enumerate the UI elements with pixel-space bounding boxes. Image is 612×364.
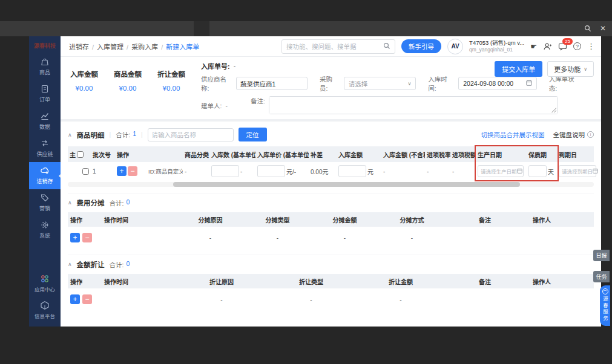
keyboard-help-label: 全键盘说明 (553, 130, 585, 139)
col-actions: 操作 (115, 150, 146, 159)
remark-textarea[interactable] (269, 96, 558, 114)
product-section-header: ∧ 商品明细 | 合计:1 | 定位 切换商品合并展示视图 全键盘说明 i (68, 126, 594, 146)
tax-rate-value: - (425, 168, 450, 175)
supply-chain-icon (40, 138, 50, 148)
sidebar-item-marketing[interactable]: 营销 (29, 189, 61, 216)
sidebar-item-data[interactable]: 数据 (29, 108, 61, 135)
locate-button[interactable]: 定位 (239, 128, 267, 141)
breadcrumb-item[interactable]: 采购入库 (131, 44, 158, 51)
discount-table-header: 操作 操作时间 折让原因 折让类型 折让金额 备注 操作人 (68, 274, 594, 288)
product-search-input[interactable] (148, 128, 234, 141)
sidebar-item-system[interactable]: 系统 (29, 216, 61, 244)
col-reason: 分摊原因 (177, 215, 244, 224)
prod-date-input[interactable]: 请选择生产日期 (478, 165, 524, 177)
remove-row-button[interactable]: − (82, 233, 92, 242)
type-value: - (266, 296, 356, 303)
col-note: 备注 (446, 277, 524, 286)
summary-goods-amount: 商品金额 ¥0.00 (114, 69, 142, 114)
amount-input[interactable] (338, 165, 366, 177)
headset-icon: ⌒ (602, 288, 608, 294)
daily-report-tab[interactable]: 日报 (593, 250, 610, 261)
invite-user-icon[interactable] (543, 42, 552, 51)
sidebar-item-supply-chain[interactable]: 供应链 (29, 135, 61, 162)
avatar[interactable]: AV (447, 39, 463, 54)
col-shelf-life: 保质期 (527, 150, 557, 159)
supplier-label: 供应商名称: (201, 74, 232, 93)
creator-label: 建单人: (201, 101, 222, 110)
switch-view-link[interactable]: 切换商品合并展示视图 (481, 130, 545, 139)
col-method: 分摊方式 (378, 215, 446, 224)
remark-label: 备注: (251, 96, 265, 105)
collapse-icon[interactable]: ∧ (68, 261, 72, 267)
messages-icon[interactable]: 25 (558, 42, 567, 51)
help-icon[interactable]: ? (573, 42, 581, 50)
info-icon: i (587, 131, 594, 138)
col-main: 主 (70, 150, 76, 159)
summary-discount-amount: 折让金额 ¥0.00 (157, 69, 185, 114)
sidebar-item-goods[interactable]: 商品 (29, 53, 61, 80)
supplier-input[interactable] (236, 77, 308, 90)
unit-price-input[interactable] (257, 165, 285, 177)
remove-row-button[interactable]: − (82, 294, 92, 304)
summary-value: ¥0.00 (157, 85, 185, 92)
add-row-button[interactable]: + (117, 166, 127, 176)
status-label: 入库单状态: (549, 74, 582, 93)
collapse-icon[interactable]: ∧ (68, 200, 72, 206)
select-all-checkbox[interactable] (77, 151, 84, 158)
hand-icon[interactable]: ☛ (530, 42, 537, 51)
summary-inbound-amount: 入库金额 ¥0.00 (70, 69, 98, 114)
keyboard-help-link[interactable]: 全键盘说明 i (553, 130, 594, 139)
discount-section: ∧ 金额折让 合计:0 操作 操作时间 折让原因 折让类型 折让金额 备注 操作… (68, 255, 594, 310)
qty-input[interactable] (211, 165, 239, 177)
collapse-icon[interactable]: ∧ (68, 132, 72, 138)
sidebar-item-label: 系统 (39, 232, 50, 239)
sidebar-item-info-platform[interactable]: 信息平台 (29, 297, 61, 327)
col-tax-rate: 进项税率 (425, 150, 450, 159)
cube-icon (40, 301, 50, 310)
chevron-down-icon: ∨ (584, 67, 587, 72)
service-button[interactable]: ⌒ 源春服务 (600, 285, 610, 326)
remove-row-button[interactable]: − (128, 166, 137, 176)
breadcrumb-item[interactable]: 入库管理 (97, 44, 123, 51)
screen-background: ✕ 源春科技 商品 订单 数据 供应链 (0, 0, 612, 364)
horizontal-scrollbar[interactable] (68, 182, 594, 187)
app-window: 源春科技 商品 订单 数据 供应链 进销存 (29, 36, 601, 327)
inbound-time-value: 2024-09-08 00:00 (463, 80, 513, 87)
sidebar-item-label: 商品 (39, 68, 50, 76)
inbound-time-input[interactable]: 2024-09-08 00:00 (458, 77, 536, 90)
sidebar-item-label: 营销 (39, 204, 50, 212)
add-row-button[interactable]: + (70, 233, 80, 242)
discount-total: 合计:0 (110, 260, 130, 269)
buyer-select[interactable]: 请选择 ∨ (344, 77, 416, 90)
find-icon[interactable] (584, 25, 591, 32)
sidebar-item-inventory[interactable]: 进销存 (29, 162, 61, 189)
service-label: 源春服务 (602, 296, 609, 322)
summary-value: ¥0.00 (114, 85, 142, 92)
divider: | (110, 131, 111, 138)
scrollbar-thumb[interactable] (173, 182, 521, 187)
sidebar-item-orders[interactable]: 订单 (29, 80, 61, 108)
guide-button[interactable]: 新手引导 (401, 39, 441, 53)
col-amount: 入库金额 (337, 150, 381, 159)
more-menu-icon[interactable]: ⋮ (587, 42, 595, 51)
close-icon[interactable]: ✕ (600, 24, 606, 33)
col-category[interactable]: 商品分类⇅ (183, 150, 209, 159)
breadcrumb-item[interactable]: 进销存 (69, 44, 89, 51)
global-search-input[interactable]: 搜功能、搜问题、搜单据 (281, 39, 395, 54)
col-amount-notax: 入库金额 (不含税) (381, 150, 425, 159)
due-date-input[interactable]: 请选择到期日 (559, 165, 596, 177)
shelf-life-input[interactable] (528, 165, 547, 177)
cloud-icon (40, 166, 50, 175)
remark-input[interactable] (269, 97, 558, 114)
more-functions-button[interactable]: 更多功能 ∨ (547, 61, 594, 77)
add-row-button[interactable]: + (70, 294, 80, 304)
task-tab[interactable]: 任务 (593, 271, 610, 282)
product-id-text[interactable]: ID:商品自定义 (148, 167, 183, 175)
submit-inbound-button[interactable]: 提交入库单 (495, 61, 542, 77)
col-op: 操作 (68, 277, 104, 286)
buyer-label: 采购员: (320, 74, 340, 93)
user-info[interactable]: T47053 (销售)-qm v... qm_yangqinhai_01 (469, 39, 524, 53)
sidebar-item-app-center[interactable]: 应用中心 (29, 270, 61, 297)
search-icon[interactable] (383, 42, 390, 51)
row-checkbox[interactable] (82, 168, 89, 175)
